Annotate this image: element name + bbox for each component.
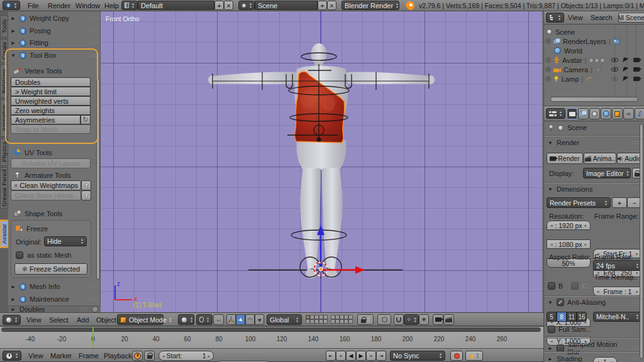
mode-select[interactable]: Object Mode ▲▼	[117, 314, 164, 325]
props-tab-object[interactable]	[612, 108, 623, 119]
jump-start-button[interactable]: ⇤	[326, 351, 336, 361]
update-times-toggle[interactable]	[132, 351, 143, 361]
tab-relations[interactable]: Relations	[0, 64, 8, 98]
button-freeze-selected[interactable]: ❄ Freeze Selected	[14, 263, 87, 275]
shading-select[interactable]: ▲▼	[178, 314, 194, 325]
viewport-3d[interactable]: Front Ortho z x (1) T-Shirt	[101, 11, 542, 312]
renderability-camera-toggle[interactable]	[633, 77, 640, 81]
border-checkbox[interactable]	[548, 282, 555, 290]
menu-tl-marker[interactable]: Marker	[49, 350, 73, 361]
visibility-eye-toggle[interactable]	[611, 58, 618, 62]
outliner-row-lamp[interactable]: + Lamp |	[545, 74, 643, 84]
panel-dimensions[interactable]: ▼ Dimensions ∷∷	[548, 185, 641, 193]
props-tab-constraints[interactable]: ∞	[623, 108, 634, 119]
panel-fitting[interactable]: ►i Fitting∷∷	[11, 39, 97, 47]
visibility-eye-toggle[interactable]	[611, 77, 618, 81]
menu-select[interactable]: Select	[48, 314, 70, 326]
timeline-ruler[interactable]: -40 -20 0 20 40 60 80 100 120 140 160 18…	[0, 326, 543, 348]
layers-widget-a[interactable]	[306, 315, 328, 324]
menu-window[interactable]: Window	[74, 0, 101, 11]
orientation-select[interactable]: Global ▲▼	[267, 314, 302, 325]
expand-plus-icon[interactable]: +	[545, 67, 551, 72]
menu-render[interactable]: Render	[47, 0, 72, 11]
render-presets-select[interactable]: Render Presets ▲▼	[547, 197, 611, 208]
pivot-select[interactable]: ▲▼	[196, 314, 213, 325]
selectability-cursor-toggle[interactable]	[623, 76, 628, 82]
button-doubles[interactable]: Doubles	[11, 77, 91, 87]
button-rebake-uv[interactable]: Rebake UV Layout	[11, 158, 91, 168]
outliner-row-renderlayers[interactable]: + RenderLayers |	[545, 36, 643, 46]
expand-plus-icon[interactable]: +	[545, 76, 551, 82]
props-editor-type-button[interactable]: ▲▼	[546, 108, 565, 119]
panel-mesh-info[interactable]: ►i Mesh Info∷∷	[11, 283, 97, 290]
tab-grease-pencil[interactable]: Grease Pencil	[0, 167, 8, 209]
scene-add-button[interactable]: +	[318, 1, 327, 10]
jump-end-button[interactable]: ⇥	[376, 351, 386, 361]
panel-anti-aliasing[interactable]: ▼ ✓ Anti-Aliasing ∷∷	[548, 299, 641, 306]
tab-avastar[interactable]: Avastar	[0, 221, 8, 247]
outliner-editor-type-button[interactable]: ▲▼	[546, 13, 564, 23]
play-reverse-button[interactable]: ◀	[346, 351, 356, 361]
panel-posing[interactable]: ►i Posing∷∷	[11, 27, 97, 35]
button-clean-weightmaps[interactable]: ×Clean Weightmaps	[11, 180, 81, 190]
play-button[interactable]: ▶	[356, 351, 366, 361]
outliner-hscrollbar[interactable]	[550, 97, 638, 102]
anti-aliasing-checkbox[interactable]: ✓	[557, 299, 564, 306]
frame-current-field[interactable]: ◂Frame : 1▸	[593, 287, 642, 296]
sync-select[interactable]: No Sync ▲▼	[390, 351, 445, 361]
layout-delete-button[interactable]: ×	[224, 1, 233, 10]
manipulator-translate-button[interactable]: ➤	[236, 314, 245, 325]
manipulator-scale-button[interactable]: ➤	[255, 314, 264, 325]
manipulator-toggle[interactable]	[226, 314, 236, 325]
panel-weight-copy[interactable]: ►i Weight Copy∷∷	[11, 14, 97, 22]
button-zero-weights[interactable]: Zero weights	[11, 106, 91, 115]
expand-plus-icon[interactable]: +	[545, 57, 551, 63]
props-tab-render-layers[interactable]	[578, 108, 589, 119]
snap-toggle[interactable]	[394, 314, 404, 325]
resolution-x-field[interactable]: ◂: 1920 px▸	[547, 221, 591, 230]
button-snap-to-mesh[interactable]: Snap to Mesh	[11, 124, 91, 134]
lock-frame-toggle[interactable]	[144, 351, 155, 361]
outliner-row-camera[interactable]: + Camera |	[545, 65, 643, 74]
button-asymmetries[interactable]: Asymmetries	[11, 115, 80, 124]
menu-view[interactable]: View	[25, 314, 43, 326]
prev-keyframe-button[interactable]: «	[336, 351, 346, 361]
selectability-cursor-toggle[interactable]	[623, 57, 628, 63]
button-render-animation[interactable]: Anima..	[584, 153, 616, 164]
tab-animation[interactable]: Animation	[0, 99, 8, 137]
expand-plus-icon[interactable]: +	[545, 38, 551, 44]
menu-add[interactable]: Add	[75, 314, 91, 326]
outliner-row-scene[interactable]: Scene	[547, 27, 643, 36]
full-sample-checkbox[interactable]	[548, 326, 555, 333]
menu-object[interactable]: Object	[95, 314, 118, 326]
original-select[interactable]: Hide ▲▼	[44, 236, 87, 246]
render-opengl-anim-button[interactable]	[443, 314, 454, 325]
view3d-editor-type-button[interactable]: ▲▼	[3, 315, 21, 325]
keying-set-select[interactable]: ◆▲▼	[465, 351, 483, 361]
record-button[interactable]	[450, 351, 463, 361]
render-engine-select[interactable]: Blender Render ▲▼	[341, 1, 399, 10]
frame-start-field[interactable]: ◂ Start: 1 ▸	[158, 351, 214, 361]
resolution-y-field[interactable]: ◂: 1080 px▸	[547, 239, 591, 249]
display-select[interactable]: Image Editor ▲▼	[583, 168, 631, 178]
menu-tl-playback[interactable]: Playback	[103, 350, 133, 361]
current-frame-marker[interactable]	[92, 327, 94, 349]
layers-widget-b[interactable]	[331, 315, 353, 324]
layout-browse-button[interactable]: ▲▼	[121, 1, 138, 10]
snap-element-select[interactable]: ⊹▲▼	[404, 314, 419, 325]
toolshelf-scrollbar[interactable]	[96, 79, 100, 280]
decrement-arrow[interactable]: ◂	[162, 354, 165, 358]
snap-target-button[interactable]: ❋	[419, 314, 429, 325]
button-asymmetries-refresh[interactable]: ↻	[80, 115, 91, 124]
manipulator-rotate-button[interactable]: ◠	[245, 314, 255, 325]
lock-to-scene-toggle[interactable]: ▲▼	[357, 314, 374, 325]
panel-sampled-motion-blur[interactable]: ► Sampled Motion Blur ∷∷	[548, 341, 641, 356]
aa-samples-11[interactable]: 11	[567, 312, 577, 322]
aa-samples-5[interactable]: 5	[547, 312, 557, 322]
props-tab-scene[interactable]	[589, 108, 600, 119]
tab-tools[interactable]: Tools	[0, 15, 8, 38]
menu-outliner-view[interactable]: View	[567, 12, 584, 23]
button-check-bone-scope[interactable]	[81, 190, 91, 200]
aa-samples-8[interactable]: 8	[557, 312, 567, 322]
menu-file[interactable]: File	[26, 0, 40, 11]
